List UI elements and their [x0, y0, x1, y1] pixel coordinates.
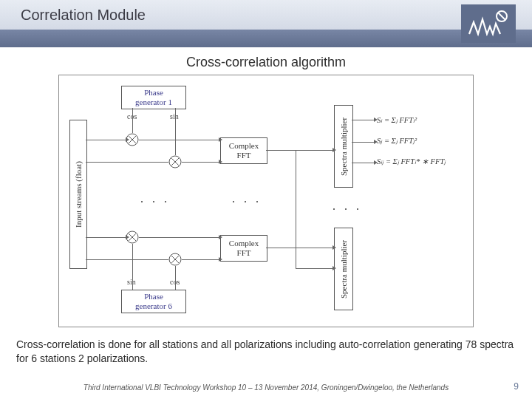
multiplier-icon — [168, 155, 182, 168]
equation-sij: Sᵢⱼ = Σⱼ FFTᵢ* ∗ FFTⱼ — [377, 157, 446, 166]
page-number: 9 — [514, 381, 519, 392]
slide-header: Correlation Module — [0, 0, 532, 47]
block-diagram: Input streams (float) Phase generator 1 … — [58, 75, 474, 327]
equation-sj: Sⱼ = Σⱼ FFTⱼ² — [377, 136, 417, 145]
wire — [182, 259, 219, 260]
ellipsis: . . . — [140, 192, 170, 205]
wire — [132, 244, 133, 290]
phase-generator-6: Phase generator 6 — [121, 290, 186, 313]
diagram-title: Cross-correlation algorithm — [0, 55, 532, 70]
wire — [86, 259, 168, 260]
complex-fft-2: Complex FFT — [220, 235, 267, 262]
wire — [352, 142, 374, 143]
wire — [352, 120, 374, 120]
page-title: Correlation Module — [21, 7, 146, 24]
wire — [175, 108, 176, 155]
wire — [86, 237, 126, 238]
header-bar — [0, 30, 532, 47]
wire — [266, 150, 332, 151]
slide-footer: Third International VLBI Technology Work… — [0, 383, 532, 392]
spectra-multiplier-1: Spectra multiplier — [334, 105, 353, 188]
input-streams-block: Input streams (float) — [69, 120, 87, 269]
wire — [86, 140, 126, 140]
ellipsis: . . . — [332, 200, 362, 213]
wire — [182, 162, 219, 163]
wire — [86, 162, 168, 163]
institute-logo — [461, 4, 516, 43]
wire — [352, 163, 374, 163]
ellipsis: . . . — [232, 192, 262, 205]
sin-label-top: sin — [170, 112, 179, 120]
wire — [139, 140, 219, 140]
wire — [132, 108, 133, 133]
wire — [296, 268, 332, 269]
footer-text: Third International VLBI Technology Work… — [0, 383, 532, 392]
spectra-multiplier-2: Spectra multiplier — [334, 228, 353, 310]
multiplier-icon — [168, 253, 182, 266]
wire — [296, 150, 296, 268]
wire — [175, 266, 176, 290]
equation-si: Sᵢ = Σⱼ FFTᵢ² — [377, 115, 417, 124]
phase-generator-1: Phase generator 1 — [121, 86, 186, 109]
wire — [139, 237, 219, 238]
sin-label-bottom: sin — [127, 278, 136, 286]
svg-line-1 — [498, 13, 505, 20]
complex-fft-1: Complex FFT — [220, 137, 267, 164]
header-top: Correlation Module — [0, 0, 532, 30]
wire — [266, 248, 332, 248]
caption-text: Cross-correlation is done for all statio… — [16, 338, 516, 366]
